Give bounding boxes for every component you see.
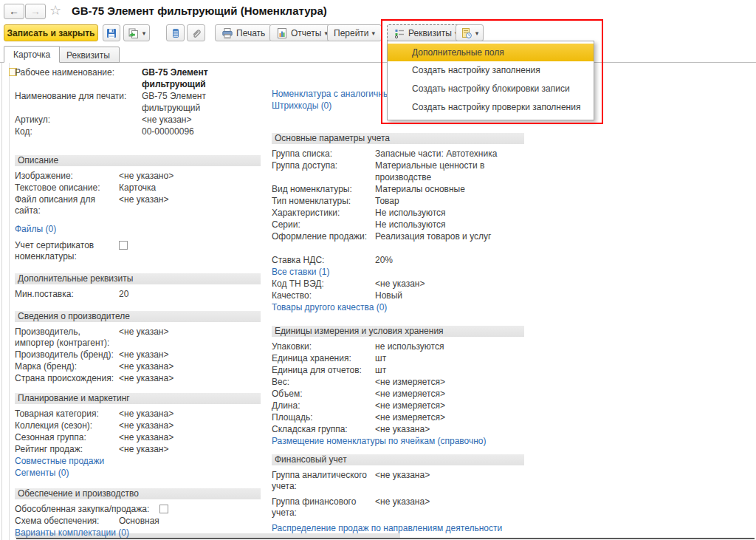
field-label: Обособленная закупка/продажа: [15, 503, 159, 515]
field-value[interactable]: <не указан> [142, 114, 261, 126]
save-and-close-button[interactable]: Записать и закрыть [4, 24, 98, 41]
field-value[interactable]: Материалы основные [375, 183, 524, 195]
field-value[interactable]: Материальные ценности в производстве [375, 160, 524, 183]
copy-button[interactable]: ▾ [123, 24, 150, 41]
show-in-list-button[interactable] [166, 24, 185, 41]
print-button[interactable]: Печать [215, 24, 272, 41]
field-label: Упаковки: [272, 341, 375, 352]
attributes-icon [394, 27, 405, 39]
back-button[interactable]: ← [4, 4, 24, 19]
field-row: Рабочее наименование:GB-75 Элемент фильт… [15, 66, 261, 90]
field-value[interactable]: <не указана> [119, 431, 261, 443]
field-row: Сезонная группа:<не указана> [15, 431, 261, 443]
field-value[interactable]: <не указана> [119, 372, 261, 384]
field-row: Производитель, импортер (контрагент):<не… [15, 326, 261, 349]
checkbox[interactable] [119, 241, 128, 250]
field-row: Коллекция (сезон):<не указана> [15, 420, 261, 431]
paperclip-icon [190, 27, 202, 39]
create-based-on-button[interactable]: ▾ [456, 24, 484, 41]
field-row: Единица хранения:шт [272, 352, 524, 364]
field-value[interactable]: <не указан> [119, 443, 261, 455]
link[interactable]: Все ставки (1) [272, 266, 329, 278]
field-label: Серии: [272, 219, 375, 230]
field-row: Рейтинг продаж:<не указан> [15, 443, 261, 455]
field-value[interactable]: GB-75 Элемент фильтрующий [142, 90, 261, 114]
field-value[interactable]: Не используются [375, 219, 524, 230]
field-value[interactable]: <не измеряется> [375, 411, 524, 423]
field-value[interactable]: 00-00000096 [142, 126, 261, 137]
field-value[interactable]: Реализация товаров и услуг [375, 230, 524, 242]
link[interactable]: Распределение продаж по направлениям дея… [272, 522, 502, 534]
goto-button[interactable]: Перейти ▾ [327, 24, 382, 41]
save-button[interactable] [103, 24, 120, 41]
field-value[interactable]: 20 [119, 288, 261, 300]
field-value[interactable]: 20% [375, 254, 524, 266]
attributes-dropdown-menu: Дополнительные поляСоздать настройку зап… [387, 41, 594, 120]
link[interactable]: Совместные продажи [15, 455, 104, 467]
menu-item[interactable]: Создать настройку блокировки записи [388, 80, 594, 98]
field-value[interactable]: не используются [375, 341, 524, 352]
field-value[interactable]: <не указан> [119, 349, 261, 360]
field-value[interactable]: <не указан> [119, 194, 261, 205]
field-value[interactable]: <не измеряется> [375, 376, 524, 388]
field-value[interactable]: шт [375, 364, 524, 376]
menu-item[interactable]: Создать настройку заполнения [388, 61, 594, 80]
save-icon [106, 27, 117, 39]
link[interactable]: Размещение номенклатуры по ячейкам (спра… [272, 435, 487, 447]
field-value[interactable]: <не указан> [119, 326, 261, 338]
favorite-star-icon[interactable]: ☆ [49, 2, 61, 18]
field-value[interactable]: Не используются [375, 207, 524, 219]
field-value[interactable]: Основная [119, 515, 261, 527]
link[interactable]: Штрихкоды (0) [272, 100, 331, 112]
chevron-down-icon: ▾ [475, 30, 479, 37]
field-label: Рейтинг продаж: [15, 443, 119, 455]
link[interactable]: Варианты комплектации (0) [15, 527, 129, 539]
field-row: Мин.поставка:20 [15, 288, 261, 300]
field-label: Группа списка: [272, 148, 375, 160]
link-row: Файлы (0) [15, 223, 261, 235]
link[interactable]: Номенклатура с аналогичными [272, 88, 401, 100]
tab-details[interactable]: Реквизиты [57, 47, 120, 63]
section-header: Финансовый учет [272, 454, 524, 465]
field-row: Страна происхождения:<не указана> [15, 372, 261, 384]
field-row: Файл описания для сайта:<не указан> [15, 194, 261, 216]
field-value[interactable]: <не указана> [375, 496, 524, 507]
field-value[interactable]: <не указано> [119, 170, 261, 182]
reports-button[interactable]: Отчеты ▾ [269, 24, 334, 41]
field-label: Вид номенклатуры: [272, 183, 375, 195]
section-header: Описание [15, 155, 261, 166]
field-value[interactable]: <не указан> [375, 278, 524, 290]
document-clock-icon [461, 27, 472, 39]
field-value[interactable]: шт [375, 352, 524, 364]
menu-item[interactable]: Создать настройку проверки заполнения [388, 98, 594, 117]
link[interactable]: Товары другого качества (0) [272, 301, 387, 313]
forward-button[interactable]: → [25, 4, 46, 19]
checkbox[interactable] [159, 505, 168, 513]
goto-label: Перейти [334, 28, 369, 38]
field-value[interactable]: <не указана> [119, 420, 261, 431]
field-value[interactable]: <не указана> [375, 469, 524, 481]
field-row: Единица для отчетов:шт [272, 364, 524, 376]
form-splitter-line [9, 63, 10, 540]
field-value[interactable]: Товар [375, 195, 524, 207]
menu-item[interactable]: Дополнительные поля [388, 44, 594, 61]
field-label: Наименование для печати: [15, 90, 142, 102]
field-value[interactable]: <не измеряется> [375, 388, 524, 400]
link[interactable]: Файлы (0) [15, 223, 56, 235]
field-value[interactable]: <не измеряется> [375, 400, 524, 411]
section-header: Дополнительные реквизиты [15, 273, 261, 284]
field-value[interactable]: <не указана> [375, 423, 524, 435]
tab-card[interactable]: Карточка [4, 46, 60, 63]
field-value[interactable]: GB-75 Элемент фильтрующий [142, 66, 261, 90]
attachments-button[interactable] [187, 24, 205, 41]
field-label: Производитель (бренд): [15, 349, 119, 360]
field-value[interactable]: Карточка [119, 182, 261, 194]
link[interactable]: Сегменты (0) [15, 467, 69, 479]
field-value[interactable]: Запасные части: Автотехника [375, 148, 524, 160]
field-label: Характеристики: [272, 207, 375, 219]
reports-label: Отчеты [291, 28, 321, 38]
field-value[interactable]: Новый [375, 290, 524, 301]
field-value[interactable]: <не указана> [119, 360, 261, 372]
field-value[interactable]: <не указана> [119, 408, 261, 420]
attributes-button[interactable]: Реквизиты ▾ [387, 24, 464, 41]
